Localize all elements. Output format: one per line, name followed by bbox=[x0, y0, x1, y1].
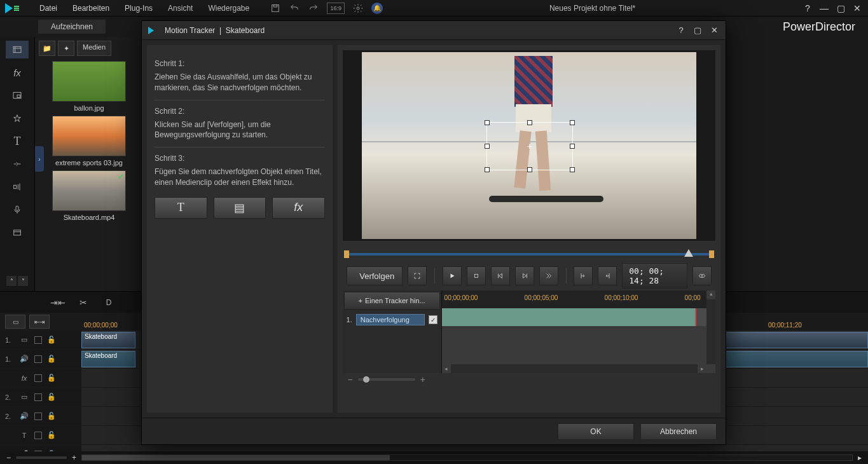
maximize-icon[interactable]: ▢ bbox=[835, 3, 846, 14]
title-room-icon[interactable]: T bbox=[6, 132, 29, 150]
tracking-selection-box[interactable]: + bbox=[486, 122, 573, 170]
resize-handle[interactable] bbox=[485, 144, 490, 149]
video-preview[interactable]: + bbox=[343, 50, 715, 241]
import-tab-icon[interactable]: 📁 bbox=[39, 41, 55, 56]
tracker-zoom-out-icon[interactable]: − bbox=[348, 374, 353, 385]
settings-icon[interactable] bbox=[352, 3, 364, 14]
redo-icon[interactable] bbox=[308, 3, 319, 14]
tracker-lane[interactable] bbox=[442, 308, 715, 326]
scroll-right-icon[interactable]: ▸ bbox=[858, 453, 862, 462]
track-button[interactable]: Verfolgen bbox=[347, 266, 403, 285]
notification-icon[interactable]: 🔔 bbox=[371, 3, 383, 14]
mark-out-icon[interactable] bbox=[598, 266, 617, 285]
dialog-help-icon[interactable]: ? bbox=[676, 25, 686, 36]
zoom-in-icon[interactable]: + bbox=[72, 453, 76, 462]
resize-handle[interactable] bbox=[570, 144, 575, 149]
menu-plugins[interactable]: Plug-Ins bbox=[117, 1, 160, 15]
playhead-icon[interactable] bbox=[684, 249, 693, 257]
timeline-clip[interactable] bbox=[717, 351, 868, 367]
timeline-clip[interactable]: Skateboard bbox=[81, 351, 135, 367]
prev-frame-icon[interactable] bbox=[491, 266, 510, 285]
media-room-icon[interactable] bbox=[6, 41, 29, 58]
aspect-ratio-button[interactable]: 16:9 bbox=[327, 3, 345, 14]
next-frame-icon[interactable] bbox=[515, 266, 534, 285]
dialog-titlebar[interactable]: Motion Tracker | Skateboard ? ▢ ✕ bbox=[142, 21, 726, 40]
stop-icon[interactable] bbox=[467, 266, 486, 285]
menu-view[interactable]: Ansicht bbox=[160, 1, 200, 15]
resize-handle[interactable] bbox=[570, 120, 575, 125]
close-icon[interactable]: ✕ bbox=[851, 3, 863, 14]
mark-in-icon[interactable] bbox=[574, 266, 593, 285]
help-icon[interactable]: ? bbox=[802, 3, 813, 14]
resize-handle[interactable] bbox=[485, 167, 490, 172]
save-icon[interactable] bbox=[270, 3, 281, 14]
cancel-button[interactable]: Abbrechen bbox=[640, 423, 717, 440]
track-audible-checkbox[interactable] bbox=[34, 355, 42, 363]
rail-collapse-down-icon[interactable]: ˅ bbox=[18, 276, 28, 286]
play-icon[interactable] bbox=[443, 266, 462, 285]
plugin-tab-icon[interactable]: ✦ bbox=[58, 41, 74, 56]
out-point-handle[interactable] bbox=[709, 250, 714, 258]
track-lock-icon[interactable]: 🔓 bbox=[47, 393, 56, 401]
rail-collapse-up-icon[interactable]: ˄ bbox=[6, 276, 17, 286]
track-lane[interactable] bbox=[81, 445, 868, 451]
fast-forward-icon[interactable] bbox=[539, 266, 558, 285]
menu-file[interactable]: Datei bbox=[32, 1, 65, 15]
audio-room-icon[interactable] bbox=[6, 178, 29, 196]
add-effect-button[interactable]: fx bbox=[272, 197, 325, 219]
fit-view-icon[interactable] bbox=[408, 266, 427, 285]
resize-handle[interactable] bbox=[570, 167, 575, 172]
zoom-slider[interactable] bbox=[16, 456, 67, 459]
track-lock-icon[interactable]: 🔓 bbox=[47, 355, 56, 363]
media-item[interactable]: extreme sports 03.jpg bbox=[52, 116, 126, 167]
tracker-zoom-slider[interactable] bbox=[358, 378, 415, 381]
track-lock-icon[interactable]: 🔓 bbox=[47, 374, 56, 382]
track-audible-checkbox[interactable] bbox=[34, 413, 42, 420]
track-visible-checkbox[interactable] bbox=[34, 374, 42, 382]
voiceover-room-icon[interactable] bbox=[6, 201, 29, 219]
timeline-snap-button[interactable]: ⇤⇥ bbox=[29, 315, 50, 329]
record-button[interactable]: Aufzeichnen bbox=[38, 20, 106, 34]
ok-button[interactable]: OK bbox=[558, 423, 634, 440]
tracker-clip[interactable] bbox=[442, 308, 696, 326]
track-lock-icon[interactable]: 🔓 bbox=[47, 412, 56, 420]
menu-playback[interactable]: Wiedergabe bbox=[200, 1, 257, 15]
undo-icon[interactable] bbox=[289, 3, 300, 14]
tracker-vscrollbar[interactable]: ▴ bbox=[706, 290, 715, 364]
add-tracker-button[interactable]: +Einen Tracker hin... bbox=[344, 292, 440, 310]
tracker-name-field[interactable]: Nachverfolgung bbox=[356, 314, 425, 325]
tracker-zoom-in-icon[interactable]: + bbox=[420, 374, 425, 385]
particle-room-icon[interactable] bbox=[6, 109, 29, 127]
preview-quality-icon[interactable] bbox=[692, 266, 712, 285]
track-visible-checkbox[interactable] bbox=[34, 432, 42, 439]
track-visible-checkbox[interactable] bbox=[34, 393, 42, 401]
media-tab[interactable]: Medien bbox=[77, 41, 111, 56]
transition-room-icon[interactable] bbox=[6, 155, 29, 173]
tracker-enable-checkbox[interactable]: ✓ bbox=[429, 315, 437, 324]
track-lock-icon[interactable]: 🔓 bbox=[47, 336, 56, 344]
in-point-handle[interactable] bbox=[344, 250, 349, 258]
expand-panel-icon[interactable]: › bbox=[35, 146, 44, 172]
chapter-room-icon[interactable] bbox=[6, 224, 29, 242]
tracker-hscrollbar[interactable]: ◂▸ bbox=[442, 364, 706, 373]
media-item[interactable]: ✔ Skateboard.mp4 bbox=[52, 170, 126, 221]
resize-handle[interactable] bbox=[527, 120, 532, 125]
preview-scrubber[interactable] bbox=[344, 249, 714, 260]
resize-handle[interactable] bbox=[485, 120, 490, 125]
timeline-scrollbar[interactable] bbox=[81, 454, 853, 461]
timeline-clip[interactable]: Skateboard bbox=[81, 332, 135, 348]
resize-handle[interactable] bbox=[527, 167, 532, 172]
fx-room-icon[interactable]: fx bbox=[6, 64, 29, 81]
trim-tool-icon[interactable]: ⇥⇤ bbox=[49, 295, 67, 310]
track-lock-icon[interactable]: 🔓 bbox=[47, 431, 56, 439]
pip-room-icon[interactable] bbox=[6, 86, 29, 104]
media-item[interactable]: ballon.jpg bbox=[52, 61, 126, 112]
timecode-display[interactable]: 00; 00; 14; 28 bbox=[622, 263, 687, 289]
split-tool-icon[interactable]: ✂ bbox=[74, 295, 92, 310]
timeline-clip[interactable] bbox=[717, 332, 868, 348]
dialog-maximize-icon[interactable]: ▢ bbox=[692, 25, 703, 36]
add-clip-button[interactable]: ▤ bbox=[214, 197, 266, 219]
track-visible-checkbox[interactable] bbox=[34, 336, 42, 344]
zoom-out-icon[interactable]: − bbox=[6, 453, 11, 462]
timeline-view-button[interactable]: ▭ bbox=[5, 315, 25, 329]
